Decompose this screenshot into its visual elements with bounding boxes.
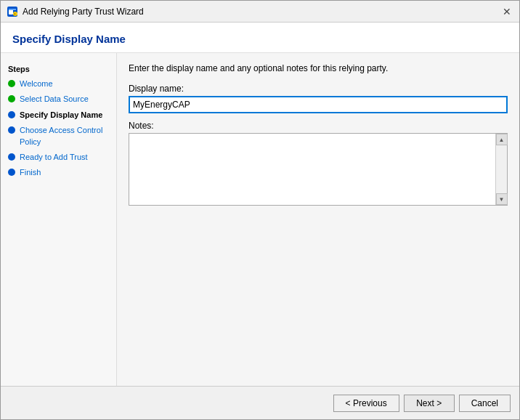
step-label-welcome: Welcome — [20, 78, 53, 89]
instruction-text: Enter the display name and any optional … — [129, 63, 508, 73]
display-name-input[interactable] — [129, 96, 508, 113]
step-dot-select-data — [8, 95, 15, 102]
sidebar-item-specify-display[interactable]: Specify Display Name — [1, 108, 116, 123]
sidebar-item-finish[interactable]: Finish — [1, 165, 116, 180]
sidebar-item-welcome[interactable]: Welcome — [1, 76, 116, 92]
step-label-specify-display: Specify Display Name — [20, 110, 102, 121]
footer: < Previous Next > Cancel — [1, 386, 519, 419]
sidebar-item-ready-to-add[interactable]: Ready to Add Trust — [1, 150, 116, 165]
scroll-down-arrow[interactable]: ▼ — [496, 193, 508, 205]
notes-textarea-wrapper: ▲ ▼ — [129, 133, 508, 206]
step-label-select-data: Select Data Source — [20, 94, 89, 105]
step-label-ready-to-add: Ready to Add Trust — [20, 152, 88, 163]
steps-label: Steps — [1, 60, 116, 76]
svg-text:!: ! — [15, 12, 15, 16]
title-bar: ! Add Relying Party Trust Wizard ✕ — [1, 1, 519, 23]
close-button[interactable]: ✕ — [500, 5, 513, 18]
page-heading-area: Specify Display Name — [1, 23, 519, 53]
step-label-access-control: Choose Access Control Policy — [20, 125, 109, 148]
page-title: Specify Display Name — [12, 33, 508, 45]
step-label-finish: Finish — [20, 167, 41, 178]
cancel-button[interactable]: Cancel — [459, 395, 511, 412]
step-dot-finish — [8, 169, 15, 176]
step-dot-access-control — [8, 126, 15, 134]
scroll-up-arrow[interactable]: ▲ — [496, 134, 508, 145]
next-button[interactable]: Next > — [404, 395, 455, 412]
notes-label: Notes: — [129, 121, 508, 131]
notes-textarea[interactable] — [129, 134, 495, 205]
notes-scrollbar: ▲ ▼ — [495, 134, 507, 205]
content-area: Steps Welcome Select Data Source Specify… — [1, 53, 519, 386]
wizard-window: ! Add Relying Party Trust Wizard ✕ Speci… — [0, 0, 520, 420]
step-dot-welcome — [8, 80, 15, 87]
previous-button[interactable]: < Previous — [333, 395, 399, 412]
sidebar-item-select-data[interactable]: Select Data Source — [1, 92, 116, 107]
main-panel: Enter the display name and any optional … — [117, 53, 519, 386]
display-name-label: Display name: — [129, 84, 508, 94]
title-text: Add Relying Party Trust Wizard — [23, 7, 144, 17]
sidebar: Steps Welcome Select Data Source Specify… — [1, 53, 117, 386]
sidebar-item-access-control[interactable]: Choose Access Control Policy — [1, 123, 116, 150]
svg-rect-2 — [9, 9, 16, 10]
step-dot-ready-to-add — [8, 153, 15, 161]
step-dot-specify-display — [8, 111, 15, 118]
wizard-icon: ! — [7, 6, 18, 17]
